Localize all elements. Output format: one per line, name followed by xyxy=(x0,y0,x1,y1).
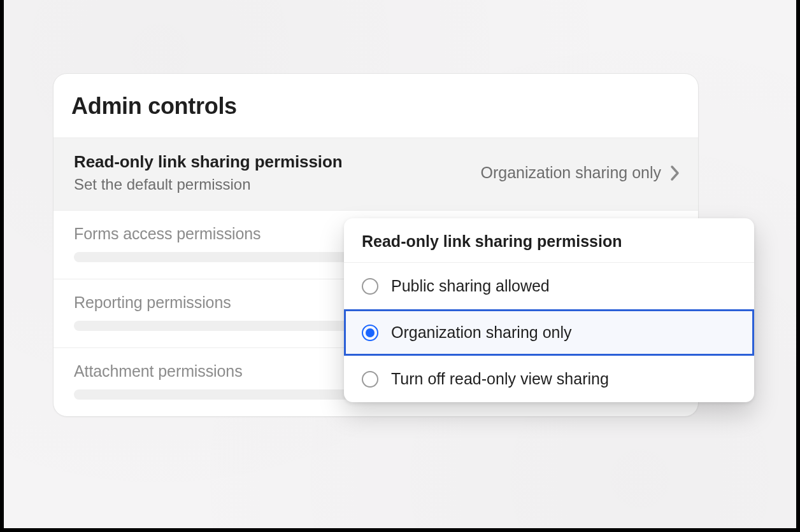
row-subtitle: Set the default permission xyxy=(74,176,342,193)
card-title: Admin controls xyxy=(71,93,680,120)
radio-icon xyxy=(362,325,378,341)
option-turn-off-sharing[interactable]: Turn off read-only view sharing xyxy=(344,356,754,402)
row-text: Read-only link sharing permission Set th… xyxy=(74,152,342,193)
frame-edge xyxy=(796,0,800,532)
card-header: Admin controls xyxy=(54,74,698,137)
chevron-right-icon xyxy=(670,165,680,181)
option-label: Organization sharing only xyxy=(391,323,572,342)
link-sharing-dropdown[interactable]: Read-only link sharing permission Public… xyxy=(344,218,754,402)
option-organization-sharing[interactable]: Organization sharing only xyxy=(344,309,754,356)
frame-edge xyxy=(0,528,800,532)
radio-icon xyxy=(362,371,378,388)
frame-edge xyxy=(0,0,4,532)
option-label: Turn off read-only view sharing xyxy=(391,370,609,388)
option-public-sharing[interactable]: Public sharing allowed xyxy=(344,263,754,309)
dropdown-title: Read-only link sharing permission xyxy=(362,232,736,251)
row-title: Read-only link sharing permission xyxy=(74,152,342,172)
option-label: Public sharing allowed xyxy=(391,277,550,295)
radio-icon xyxy=(362,278,378,295)
row-current-value: Organization sharing only xyxy=(481,164,662,182)
dropdown-header: Read-only link sharing permission xyxy=(344,218,754,263)
row-link-sharing-permission[interactable]: Read-only link sharing permission Set th… xyxy=(54,137,698,210)
row-value-group[interactable]: Organization sharing only xyxy=(481,164,681,182)
